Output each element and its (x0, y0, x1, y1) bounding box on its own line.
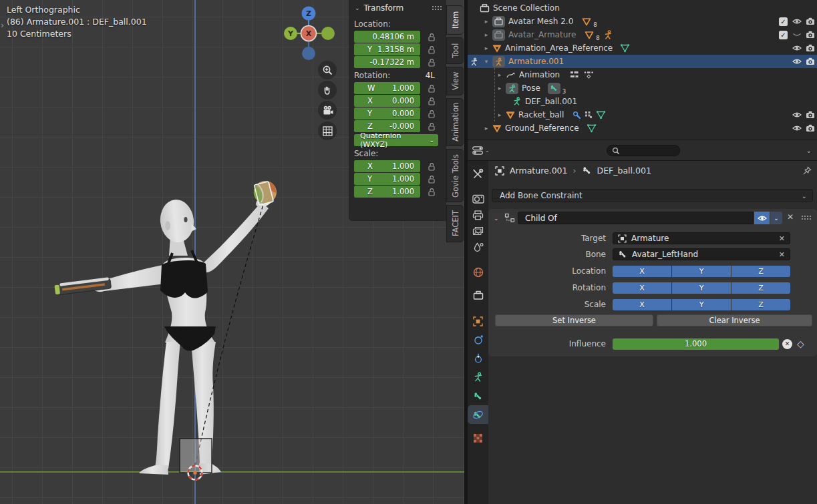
bone-field[interactable]: Avatar_LeftHand ✕ (613, 248, 790, 260)
location-x-field[interactable]: 0.48106 m (354, 31, 420, 43)
tab-bone-constraints[interactable] (468, 405, 488, 424)
lock-icon[interactable] (428, 109, 436, 118)
scale-x-toggle[interactable]: X (613, 299, 671, 310)
render-camera-icon[interactable] (806, 111, 815, 119)
constraint-enable-eye-button[interactable] (754, 212, 770, 224)
location-z-toggle[interactable]: Z (731, 266, 790, 277)
location-x-toggle[interactable]: X (613, 266, 671, 277)
hide-eye-icon[interactable] (792, 111, 802, 118)
camera-view-button[interactable] (318, 101, 337, 119)
outliner-row-animation[interactable]: ▸ Animation (468, 68, 817, 81)
outliner-row-pose[interactable]: ▸ Pose 3 (468, 81, 817, 95)
breadcrumb-object[interactable]: Armature.001 (510, 166, 568, 176)
tab-scene[interactable] (468, 239, 488, 255)
hide-eye-icon[interactable] (792, 58, 802, 65)
expand-arrow-icon[interactable]: ▸ (484, 31, 489, 38)
constraint-grip-icon[interactable] (801, 215, 812, 220)
editor-type-selector[interactable]: ⌄ (472, 146, 490, 155)
lock-icon[interactable] (428, 122, 436, 131)
rotation-mode-dropdown[interactable]: Quaternion (WXYZ) ⌄ (354, 134, 438, 146)
ortho-grid-button[interactable] (318, 121, 337, 140)
tab-object[interactable] (468, 313, 488, 329)
clear-inverse-button[interactable]: Clear Inverse (657, 314, 812, 326)
transform-panel-header[interactable]: ⌄ Transform (349, 0, 446, 17)
panel-grip-icon[interactable] (432, 5, 442, 11)
outliner-row-scene-collection[interactable]: Scene Collection (468, 1, 817, 15)
render-camera-icon[interactable] (806, 124, 815, 132)
toolbar-collapse-arrow[interactable]: › (1, 20, 4, 30)
collapse-arrow-icon[interactable]: ▾ (484, 58, 489, 65)
render-camera-icon[interactable] (806, 57, 815, 65)
tab-armature-data[interactable] (468, 369, 488, 385)
sidebar-tab-govie-tools[interactable]: Govie Tools (446, 149, 464, 202)
rotation-y-toggle[interactable]: Y (672, 282, 731, 294)
sidebar-tab-animation[interactable]: Animation (446, 98, 464, 146)
tab-texture[interactable] (468, 430, 488, 446)
outliner-row-animation-area-reference[interactable]: ▸ Animation_Area_Reference (468, 41, 817, 55)
exclude-checkbox[interactable]: ✓ (779, 17, 788, 26)
constraint-name-field[interactable]: Child Of (518, 212, 754, 224)
tab-world[interactable] (468, 264, 488, 280)
location-z-field[interactable]: -0.17322 m (354, 56, 420, 68)
hide-eye-icon[interactable] (792, 18, 802, 25)
expand-arrow-icon[interactable]: ▸ (484, 125, 489, 132)
lock-icon[interactable] (428, 175, 436, 184)
sidebar-tab-item[interactable]: Item (446, 5, 464, 35)
outliner-row-def-ball[interactable]: DEF_ball.001 (468, 95, 817, 108)
tab-object-constraints[interactable] (468, 350, 488, 366)
clear-bone-icon[interactable]: ✕ (779, 250, 785, 259)
rotation-x-field[interactable]: X0.000 (354, 95, 420, 107)
scale-x-field[interactable]: X1.000 (354, 160, 420, 172)
constraint-extras-chevron[interactable]: ⌄ (770, 212, 782, 224)
set-inverse-button[interactable]: Set Inverse (495, 314, 653, 326)
lock-icon[interactable] (428, 97, 436, 105)
sidebar-tab-faceit[interactable]: FACEIT (446, 205, 464, 242)
clear-influence-icon[interactable]: ✕ (782, 339, 792, 349)
rotation-z-toggle[interactable]: Z (731, 282, 790, 294)
add-bone-constraint-button[interactable]: Add Bone Constraint ⌄ (492, 189, 813, 202)
render-camera-icon[interactable] (806, 31, 815, 39)
render-camera-icon[interactable] (806, 44, 815, 52)
scale-y-toggle[interactable]: Y (672, 299, 731, 310)
properties-search-input[interactable] (607, 145, 680, 156)
tab-tool[interactable] (468, 166, 488, 182)
outliner-row-avatar-mesh[interactable]: ▸ Avatar Mesh 2.0 8 ✓ (468, 15, 817, 28)
lock-icon[interactable] (428, 45, 436, 54)
constraint-delete-button[interactable]: ✕ (787, 212, 794, 222)
tab-view-layer[interactable] (468, 223, 488, 239)
tab-physics[interactable] (468, 332, 488, 348)
rotation-y-field[interactable]: Y0.000 (354, 107, 420, 119)
tab-bone[interactable] (468, 388, 488, 404)
sidebar-tab-view[interactable]: View (446, 67, 464, 95)
rotation-x-toggle[interactable]: X (613, 282, 671, 294)
outliner-row-armature-001[interactable]: ▾ Armature.001 (468, 55, 817, 68)
lock-icon[interactable] (428, 188, 436, 196)
navigation-gizmo[interactable]: Z Y X (283, 4, 339, 65)
exclude-checkbox[interactable]: ✓ (779, 31, 788, 39)
expand-arrow-icon[interactable]: ▸ (497, 85, 502, 91)
hide-eye-icon[interactable] (792, 45, 802, 51)
rotation-z-field[interactable]: Z-0.000 (354, 120, 420, 132)
collapse-chevron-icon[interactable]: ⌄ (494, 215, 499, 222)
outliner-row-avatar-armature[interactable]: ▸ Avatar_Armature 8 ✓ (468, 28, 817, 41)
tab-output[interactable] (468, 207, 488, 223)
expand-arrow-icon[interactable]: ▸ (497, 71, 502, 78)
zoom-button[interactable] (318, 61, 337, 79)
outliner-row-ground-reference[interactable]: ▸ Ground_Reference (468, 121, 817, 135)
lock-icon[interactable] (428, 33, 436, 41)
influence-slider[interactable]: 1.000 (613, 338, 779, 350)
lock-icon[interactable] (428, 58, 436, 67)
breadcrumb-bone[interactable]: DEF_ball.001 (597, 166, 651, 176)
scale-z-field[interactable]: Z1.000 (354, 186, 420, 198)
location-y-field[interactable]: Y1.3158 m (354, 43, 420, 55)
target-field[interactable]: Armature ✕ (613, 232, 790, 244)
pin-icon[interactable] (802, 166, 812, 176)
sidebar-tab-tool[interactable]: Tool (446, 37, 464, 64)
render-camera-icon[interactable] (806, 17, 815, 25)
filter-chevron-icon[interactable]: ⌄ (806, 147, 812, 154)
clear-target-icon[interactable]: ✕ (779, 234, 785, 243)
rotation-w-field[interactable]: W1.000 (354, 82, 420, 94)
hide-eye-closed-icon[interactable] (792, 31, 802, 38)
expand-arrow-icon[interactable]: ▸ (484, 18, 489, 25)
outliner-row-racket-ball[interactable]: ▸ Racket_ball (468, 108, 817, 121)
